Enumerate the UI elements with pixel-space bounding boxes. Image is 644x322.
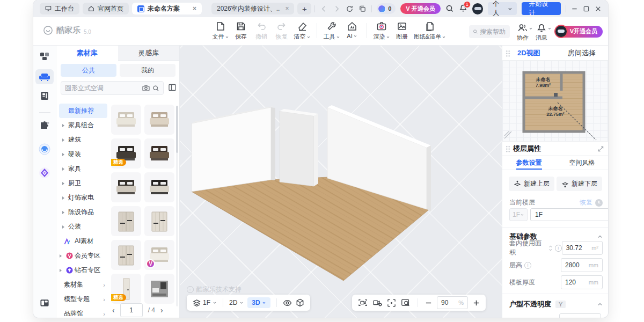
camera-settings-icon[interactable] <box>372 298 382 307</box>
file-button[interactable]: 文件 <box>210 20 231 41</box>
coin-balance[interactable]: 0 <box>377 3 396 14</box>
tab-2026-design[interactable]: 2026室内装修设计、.. × <box>211 3 294 14</box>
next-page-button[interactable]: › <box>160 306 163 314</box>
category-item[interactable]: 灯饰家电 <box>56 191 110 205</box>
category-item[interactable]: 最新推荐 <box>59 104 107 118</box>
material-thumbnail[interactable] <box>111 105 141 135</box>
material-thumbnail[interactable] <box>111 172 141 202</box>
tab-inspiration-library[interactable]: 灵感库 <box>118 46 180 61</box>
material-thumbnail[interactable]: V <box>144 240 174 270</box>
refresh-icon[interactable] <box>346 5 354 13</box>
drawings-list-button[interactable]: 图纸&清单 <box>412 20 448 41</box>
render-button[interactable]: 渲染 <box>371 20 392 41</box>
category-item-diamond-zone[interactable]: 钻石专区 <box>56 263 110 277</box>
collapse-icon[interactable] <box>597 234 603 239</box>
undo-button[interactable]: 撤销 <box>251 20 272 41</box>
album-button[interactable]: 图册 <box>392 20 412 41</box>
tab-material-library[interactable]: 素材库 <box>56 46 118 61</box>
category-item[interactable]: 建筑 <box>56 133 110 147</box>
zoom-out-button[interactable] <box>425 299 432 306</box>
ai-button[interactable]: AI <box>342 20 362 39</box>
category-item[interactable]: 陈设饰品 <box>56 205 110 219</box>
tab-room-select[interactable]: 房间选择 <box>555 48 609 58</box>
drag-handle[interactable] <box>506 50 510 57</box>
category-item[interactable]: 硬装 <box>56 147 110 162</box>
geometric-app-tool[interactable] <box>39 167 50 179</box>
material-thumbnail[interactable] <box>111 206 141 236</box>
minimize-icon[interactable] <box>571 5 578 12</box>
zoom-in-button[interactable] <box>473 299 480 306</box>
param-value[interactable]: 2800 <box>565 261 580 269</box>
plugins-tool[interactable] <box>39 121 50 131</box>
minimap-resize-handle[interactable] <box>504 131 511 138</box>
camera-search-icon[interactable] <box>142 85 150 91</box>
zoom-area-icon[interactable] <box>401 298 411 308</box>
camera-view-icon[interactable] <box>358 298 368 307</box>
help-search[interactable] <box>469 25 510 38</box>
messages-button[interactable]: 消息 <box>536 21 547 42</box>
category-item-model-topics[interactable]: 模型专题› <box>56 292 110 306</box>
tab-space-style[interactable]: 空间风格 <box>555 156 608 170</box>
tab-official-home[interactable]: 官网首页 <box>83 3 129 14</box>
zoom-level-box[interactable]: % <box>437 296 468 309</box>
page-input[interactable] <box>120 303 143 317</box>
layout-columns-button[interactable] <box>168 83 177 92</box>
material-thumbnail[interactable] <box>144 274 174 304</box>
collaborate-button[interactable]: 协作 <box>517 21 529 42</box>
param-value-box[interactable]: 120 mm <box>561 275 603 289</box>
restore-button[interactable]: 恢复 <box>580 198 592 207</box>
panel-layout-tool[interactable] <box>40 298 50 308</box>
help-search-input[interactable] <box>480 28 506 35</box>
category-item[interactable]: 公装 <box>56 219 110 234</box>
minimap-floorplan[interactable] <box>524 72 584 131</box>
info-icon[interactable]: i <box>555 245 562 252</box>
category-item-ai[interactable]: AI素材 <box>56 234 110 248</box>
param-value[interactable]: 30.72 <box>566 244 582 252</box>
category-item-member-zone[interactable]: 会员专区 <box>56 248 110 263</box>
history-clock-icon[interactable] <box>595 199 603 207</box>
material-search[interactable] <box>61 81 164 95</box>
vip-upgrade-button[interactable]: V 开通会员 <box>400 3 440 14</box>
tab-workbench[interactable]: 工作台 <box>40 3 79 14</box>
scope-mine[interactable]: 我的 <box>120 64 175 77</box>
visibility-button[interactable] <box>283 298 292 308</box>
forward-icon[interactable] <box>333 5 341 13</box>
clear-button[interactable]: 清空 <box>292 20 312 41</box>
drag-handle[interactable] <box>506 145 510 152</box>
category-item[interactable]: 家具组合 <box>56 118 110 133</box>
close-tab-icon[interactable]: × <box>285 5 289 12</box>
user-avatar[interactable] <box>472 3 483 14</box>
floor-name-input[interactable] <box>530 208 608 221</box>
material-thumbnail[interactable] <box>144 172 174 202</box>
param-value[interactable]: 120 <box>565 279 576 286</box>
param-value-box[interactable]: 30.72 m² <box>562 241 603 255</box>
back-icon[interactable] <box>320 5 328 13</box>
maximize-icon[interactable] <box>583 5 590 12</box>
view-3d-button[interactable]: 3D <box>247 297 270 308</box>
search-icon[interactable] <box>152 85 159 92</box>
start-design-button[interactable]: 开始设计 <box>522 2 561 15</box>
info-icon[interactable]: i <box>524 262 531 269</box>
scrollbar[interactable] <box>176 106 178 306</box>
tab-parameter-settings[interactable]: 参数设置 <box>502 156 555 170</box>
material-thumbnail[interactable]: 精选 <box>111 274 141 304</box>
copy-pages-icon[interactable] <box>358 5 367 13</box>
material-thumbnail[interactable] <box>144 105 174 135</box>
notifications-button[interactable]: 1 <box>459 4 467 14</box>
minimap-2d[interactable]: 未命名 7.98m² 未命名 22.75m² <box>502 61 608 141</box>
cube-view-button[interactable] <box>296 298 304 307</box>
zoom-input[interactable] <box>441 299 453 306</box>
material-search-input[interactable] <box>65 84 140 92</box>
save-button[interactable]: 保存 <box>231 20 251 41</box>
scope-public[interactable]: 公共 <box>61 64 116 77</box>
new-lower-floor-button[interactable]: 新建下层 <box>557 177 602 191</box>
floor-selector[interactable]: 1F <box>193 299 217 307</box>
prev-page-button[interactable]: ‹ <box>112 306 115 314</box>
collapse-icon[interactable] <box>597 302 603 307</box>
close-window-icon[interactable] <box>595 5 602 12</box>
wall-middle[interactable] <box>280 111 314 186</box>
updown-icon[interactable] <box>548 245 553 251</box>
scrollbar-thumb[interactable] <box>176 106 178 153</box>
room-3d-view[interactable] <box>180 46 502 318</box>
sphere-app-tool[interactable] <box>39 143 50 155</box>
